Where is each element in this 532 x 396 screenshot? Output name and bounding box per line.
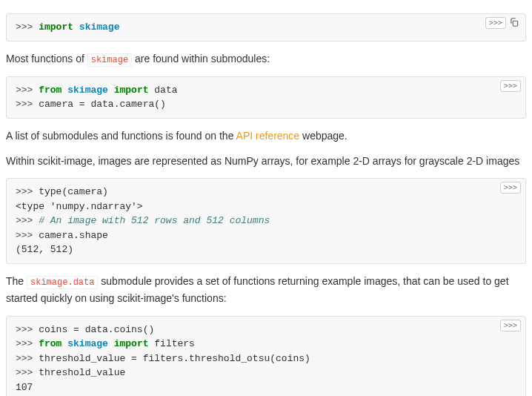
prose-text: A list of submodules and functions is fo… xyxy=(6,128,526,144)
code-line: >>> coins = data.coins() xyxy=(16,323,516,337)
keyword-import: import xyxy=(114,338,149,349)
code-block-2: >>> >>> from skimage import data >>> cam… xyxy=(6,76,526,119)
prompt: >>> xyxy=(16,353,39,364)
comment: # An image with 512 rows and 512 columns xyxy=(39,215,270,226)
keyword-from: from xyxy=(39,85,61,96)
text: The xyxy=(6,275,27,287)
code-controls: >>> xyxy=(500,320,521,331)
code-line: >>> from skimage import filters xyxy=(16,337,516,352)
prose-text: The skimage.data submodule provides a se… xyxy=(6,273,526,307)
import-name: data xyxy=(148,85,177,96)
module-name: skimage xyxy=(79,22,120,33)
text: webpage. xyxy=(299,130,348,142)
code-text: camera = data.camera() xyxy=(39,99,166,110)
prompt: >>> xyxy=(16,324,39,335)
prompt: >>> xyxy=(16,367,39,378)
prompt: >>> xyxy=(16,99,39,110)
code-text: threshold_value xyxy=(39,367,125,378)
prompt: >>> xyxy=(16,215,39,226)
text: are found within submodules: xyxy=(132,53,270,65)
code-text: threshold_value = filters.threshold_otsu… xyxy=(39,353,310,364)
prompt: >>> xyxy=(16,230,39,241)
svg-rect-0 xyxy=(513,21,517,26)
text: Most functions of xyxy=(6,53,87,65)
keyword-import: import xyxy=(114,85,149,96)
code-line: >>> camera = data.camera() xyxy=(16,97,516,112)
output-line: 107 xyxy=(16,380,516,395)
code-line: >>> camera.shape xyxy=(16,228,516,243)
prompt: >>> xyxy=(16,186,39,197)
code-line: >>> threshold_value = filters.threshold_… xyxy=(16,352,516,366)
prompt: >>> xyxy=(16,22,39,33)
toggle-prompt-button[interactable]: >>> xyxy=(500,182,521,194)
inline-code: skimage.data xyxy=(27,276,98,289)
prompt: >>> xyxy=(16,85,39,96)
prompt: >>> xyxy=(16,338,39,349)
code-controls: >>> xyxy=(500,182,521,194)
prose-text: Most functions of skimage are found with… xyxy=(6,50,526,67)
code-block-3: >>> >>> type(camera) <type 'numpy.ndarra… xyxy=(6,178,526,264)
code-line: >>> # An image with 512 rows and 512 col… xyxy=(16,214,516,228)
output-line: <type 'numpy.ndarray'> xyxy=(16,199,516,214)
code-controls: >>> xyxy=(485,17,521,29)
module-name: skimage xyxy=(67,85,108,96)
copy-icon[interactable] xyxy=(509,17,521,29)
code-block-1: >>> >>> import skimage xyxy=(6,13,526,42)
code-line: >>> type(camera) xyxy=(16,185,516,199)
toggle-prompt-button[interactable]: >>> xyxy=(500,80,521,92)
code-text: coins = data.coins() xyxy=(39,324,154,335)
code-line: >>> from skimage import data xyxy=(16,83,516,98)
code-text: type(camera) xyxy=(39,186,108,197)
code-line: >>> import skimage xyxy=(16,20,516,35)
keyword-import: import xyxy=(39,22,73,33)
keyword-from: from xyxy=(39,338,61,349)
code-block-4: >>> >>> coins = data.coins() >>> from sk… xyxy=(6,316,526,396)
inline-code: skimage xyxy=(87,53,132,67)
module-name: skimage xyxy=(67,338,108,349)
output-line: (512, 512) xyxy=(16,242,516,257)
text: A list of submodules and functions is fo… xyxy=(6,130,236,142)
toggle-prompt-button[interactable]: >>> xyxy=(485,17,506,29)
import-name: filters xyxy=(148,338,194,349)
code-line: >>> threshold_value xyxy=(16,366,516,380)
code-text: camera.shape xyxy=(39,230,108,241)
code-controls: >>> xyxy=(500,80,521,92)
prose-text: Within scikit-image, images are represen… xyxy=(6,153,526,169)
api-reference-link[interactable]: API reference xyxy=(236,130,300,142)
toggle-prompt-button[interactable]: >>> xyxy=(500,320,521,331)
